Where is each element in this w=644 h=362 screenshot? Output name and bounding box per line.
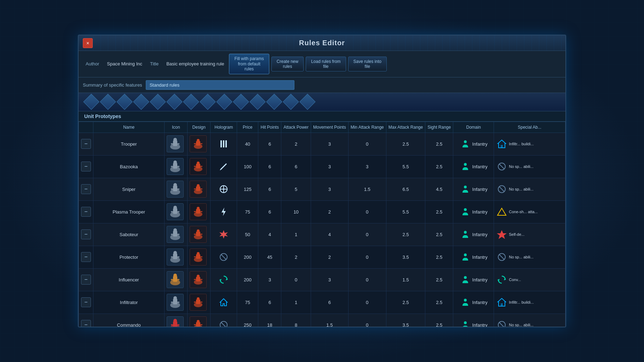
icon-cell[interactable]: [165, 314, 188, 327]
name-cell: Protector: [93, 246, 165, 268]
svg-rect-69: [194, 234, 196, 235]
table-container[interactable]: Name Icon Design Hologram Price Hit Poin…: [79, 122, 565, 327]
summary-input[interactable]: [146, 80, 294, 90]
maxrange-cell: 2.5: [386, 133, 425, 155]
svg-line-27: [220, 169, 222, 170]
remove-button-0[interactable]: −: [81, 139, 91, 149]
minrange-cell: 0: [348, 133, 386, 155]
sight-cell: 2.5: [425, 223, 453, 246]
domain-cell[interactable]: Infantry: [453, 291, 494, 314]
design-cell[interactable]: [188, 223, 211, 246]
design-cell[interactable]: [188, 314, 211, 327]
remove-button-8[interactable]: −: [81, 320, 91, 327]
load-rules-button[interactable]: Load rules fromfile: [306, 57, 346, 72]
hologram-cell[interactable]: [211, 246, 237, 268]
col-header-minrange: Min Attack Range: [348, 122, 386, 133]
icon-cell[interactable]: [165, 291, 188, 314]
design-cell[interactable]: [188, 246, 211, 268]
domain-cell[interactable]: Infantry: [453, 268, 494, 291]
author-label: Author: [83, 60, 102, 67]
design-cell[interactable]: [188, 133, 211, 155]
save-rules-button[interactable]: Save rules intofile: [348, 57, 387, 72]
icon-cell[interactable]: [165, 268, 188, 291]
minrange-cell: 0: [348, 291, 386, 314]
svg-point-55: [197, 207, 200, 210]
special-icon: [496, 297, 507, 308]
domain-cell[interactable]: Infantry: [453, 155, 494, 178]
svg-rect-122: [177, 324, 179, 326]
col-header-name: Name: [93, 122, 165, 133]
special-cell[interactable]: Infiltr... buildi...: [494, 291, 565, 314]
hologram-cell[interactable]: [211, 133, 237, 155]
design-cell[interactable]: [188, 178, 211, 200]
maxrange-cell: 1.5: [386, 268, 425, 291]
domain-cell[interactable]: Infantry: [453, 314, 494, 327]
hologram-cell[interactable]: [211, 155, 237, 178]
special-cell[interactable]: Self-de...: [494, 223, 565, 246]
remove-button-2[interactable]: −: [81, 184, 91, 194]
col-header-remove: [79, 122, 93, 133]
close-button[interactable]: ×: [83, 38, 93, 48]
design-cell[interactable]: [188, 200, 211, 223]
icon-cell[interactable]: [165, 133, 188, 155]
domain-cell[interactable]: Infantry: [453, 178, 494, 200]
special-cell[interactable]: No sp... abili...: [494, 178, 565, 200]
remove-button-5[interactable]: −: [81, 252, 91, 262]
icon-cell[interactable]: [165, 155, 188, 178]
remove-button-1[interactable]: −: [81, 162, 91, 171]
hologram-icon: [218, 229, 229, 240]
special-icon: [496, 183, 507, 195]
deco-diamond-8: [200, 94, 215, 110]
icon-cell[interactable]: [165, 200, 188, 223]
sight-cell: 2.5: [425, 314, 453, 327]
icon-cell[interactable]: [165, 223, 188, 246]
svg-point-13: [464, 140, 467, 143]
special-cell[interactable]: Conv...: [494, 268, 565, 291]
remove-button-4[interactable]: −: [81, 229, 91, 239]
special-cell[interactable]: No sp... abili...: [494, 314, 565, 327]
design-cell[interactable]: [188, 268, 211, 291]
hologram-cell[interactable]: [211, 314, 237, 327]
hologram-cell[interactable]: [211, 291, 237, 314]
hologram-cell[interactable]: [211, 178, 237, 200]
svg-rect-51: [171, 211, 173, 212]
domain-cell[interactable]: Infantry: [453, 133, 494, 155]
special-cell[interactable]: Infiltr... buildi...: [494, 133, 565, 155]
remove-button-3[interactable]: −: [81, 207, 91, 217]
svg-rect-52: [177, 211, 179, 212]
domain-icon: [460, 251, 471, 263]
special-icon: [496, 206, 507, 217]
design-cell[interactable]: [188, 291, 211, 314]
icon-cell[interactable]: [165, 178, 188, 200]
remove-button-7[interactable]: −: [81, 297, 91, 307]
hp-cell: 3: [258, 268, 281, 291]
remove-button-6[interactable]: −: [81, 275, 91, 285]
svg-rect-57: [200, 211, 202, 212]
svg-rect-117: [501, 303, 503, 306]
svg-rect-113: [200, 302, 202, 303]
hologram-cell[interactable]: [211, 200, 237, 223]
svg-point-81: [197, 252, 200, 255]
minrange-cell: 0: [348, 200, 386, 223]
hologram-cell[interactable]: [211, 223, 237, 246]
atk-cell: 8: [281, 314, 311, 327]
domain-cell[interactable]: Infantry: [453, 223, 494, 246]
domain-cell[interactable]: Infantry: [453, 200, 494, 223]
svg-rect-24: [194, 166, 196, 167]
special-label: Cone-sh... atta...: [509, 210, 537, 214]
hologram-cell[interactable]: [211, 268, 237, 291]
name-cell: Infiltrator: [93, 291, 165, 314]
icon-cell[interactable]: [165, 246, 188, 268]
svg-rect-39: [194, 188, 196, 189]
special-cell[interactable]: Cone-sh... atta...: [494, 200, 565, 223]
domain-cell[interactable]: Infantry: [453, 246, 494, 268]
table-row: − Saboteur: [79, 223, 565, 246]
design-cell[interactable]: [188, 155, 211, 178]
special-cell[interactable]: No sp... abili...: [494, 155, 565, 178]
domain-icon: [460, 274, 471, 285]
svg-point-120: [173, 319, 177, 322]
special-cell[interactable]: No sp... abili...: [494, 246, 565, 268]
create-rules-button[interactable]: Create newrules: [271, 57, 304, 72]
svg-point-23: [197, 162, 200, 164]
fill-params-button[interactable]: Fill with paramsfrom defaultrules: [229, 54, 269, 74]
